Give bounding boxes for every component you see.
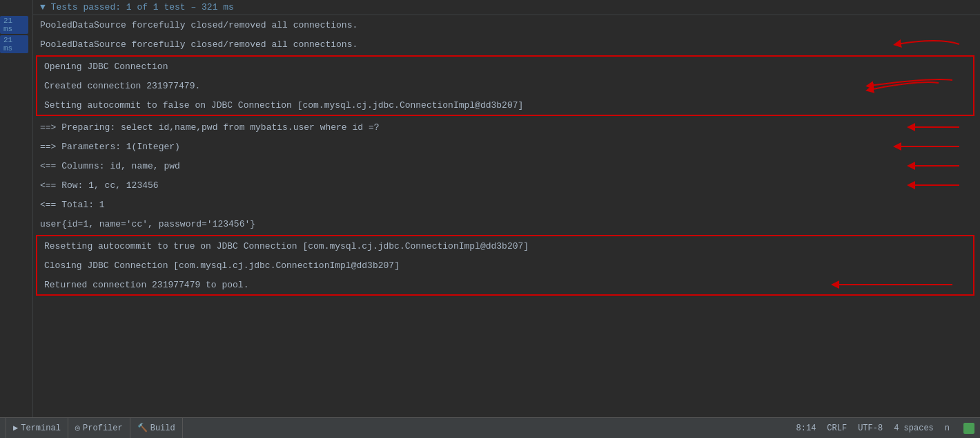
timing-badge-1: 21 ms: [0, 16, 28, 34]
branch-indicator[interactable]: n: [945, 423, 950, 433]
cursor-position[interactable]: 8:14: [796, 423, 816, 433]
truncated-line: ▼ Tests passed: 1 of 1 test – 321 ms: [33, 0, 980, 15]
log-row-row: <== Row: 1, cc, 123456: [33, 175, 980, 195]
created-connection: Created connection 231977479.: [37, 78, 849, 94]
tab-profiler[interactable]: ◎ Profiler: [68, 418, 130, 438]
terminal-label[interactable]: Terminal: [21, 423, 61, 433]
timing-column: 21 ms 21 ms: [0, 0, 33, 417]
profiler-label[interactable]: Profiler: [83, 423, 123, 433]
log-row-resetting: Resetting autocommit to true on JDBC Con…: [37, 236, 973, 256]
log-row-closing: Closing JDBC Connection [com.mysql.cj.jd…: [37, 256, 973, 275]
opening-jdbc: Opening JDBC Connection: [37, 59, 973, 75]
log-row-user: user{id=1, name='cc', password='123456'}: [33, 214, 980, 234]
indent-setting[interactable]: 4 spaces: [894, 423, 934, 433]
log-row-parameters: ==> Parameters: 1(Integer): [33, 137, 980, 156]
resetting-autocommit: Resetting autocommit to true on JDBC Con…: [37, 238, 973, 254]
log-row-created: Created connection 231977479.: [37, 76, 973, 95]
log-row-columns: <== Columns: id, name, pwd: [33, 156, 980, 175]
row-line: <== Row: 1, cc, 123456: [33, 178, 897, 193]
total-line: <== Total: 1: [33, 197, 980, 213]
arrow-pooled2: [883, 35, 966, 54]
log-row-total: <== Total: 1: [33, 195, 980, 214]
build-icon: 🔨: [137, 423, 148, 433]
pooled-line-2: PooledDataSource forcefully closed/remov…: [33, 37, 883, 53]
log-content-area: ▼ Tests passed: 1 of 1 test – 321 ms Poo…: [33, 0, 980, 417]
timing-badge-2: 21 ms: [0, 35, 28, 53]
profiler-icon: ◎: [75, 423, 80, 433]
log-row-autocommit-false: Setting autocommit to false on JDBC Conn…: [37, 95, 973, 115]
status-bar: ▶ Terminal ◎ Profiler 🔨 Build 8:14 CRLF …: [0, 417, 980, 438]
tab-build[interactable]: 🔨 Build: [130, 418, 183, 438]
columns-line: <== Columns: id, name, pwd: [33, 158, 897, 174]
log-row-returned: Returned connection 231977479 to pool.: [37, 275, 973, 294]
scroll-area[interactable]: PooledDataSource forcefully closed/remov…: [33, 15, 980, 417]
log-row-preparing: ==> Preparing: select id,name,pwd from m…: [33, 117, 980, 137]
log-row-pooled1: PooledDataSource forcefully closed/remov…: [33, 15, 980, 35]
encoding[interactable]: UTF-8: [858, 423, 883, 433]
truncated-text: ▼ Tests passed: 1 of 1 test – 321 ms: [40, 2, 234, 12]
returned-connection: Returned connection 231977479 to pool.: [37, 277, 821, 293]
parameters-line: ==> Parameters: 1(Integer): [33, 139, 883, 155]
red-box-2: Resetting autocommit to true on JDBC Con…: [36, 235, 974, 296]
terminal-icon: ▶: [13, 423, 18, 433]
arrow-row: [897, 175, 966, 195]
green-status-indicator: [963, 423, 974, 434]
arrow-columns: [897, 156, 966, 175]
tab-terminal[interactable]: ▶ Terminal: [6, 418, 68, 438]
red-box-1: Opening JDBC Connection Created connecti…: [36, 55, 974, 116]
line-ending[interactable]: CRLF: [827, 423, 847, 433]
setting-autocommit: Setting autocommit to false on JDBC Conn…: [37, 97, 973, 113]
arrow-returned: [821, 275, 959, 294]
closing-jdbc: Closing JDBC Connection [com.mysql.cj.jd…: [37, 258, 973, 274]
arrow-preparing: [897, 117, 966, 137]
pooled-line-1: PooledDataSource forcefully closed/remov…: [33, 17, 980, 33]
build-label[interactable]: Build: [150, 423, 175, 433]
arrow-parameters: [883, 137, 966, 156]
log-row-opening: Opening JDBC Connection: [37, 57, 973, 76]
arrow-created: [849, 76, 959, 95]
user-object-line: user{id=1, name='cc', password='123456'}: [33, 216, 980, 232]
log-row-pooled2: PooledDataSource forcefully closed/remov…: [33, 35, 980, 54]
preparing-sql: ==> Preparing: select id,name,pwd from m…: [33, 120, 897, 135]
status-right: 8:14 CRLF UTF-8 4 spaces n: [796, 423, 974, 434]
